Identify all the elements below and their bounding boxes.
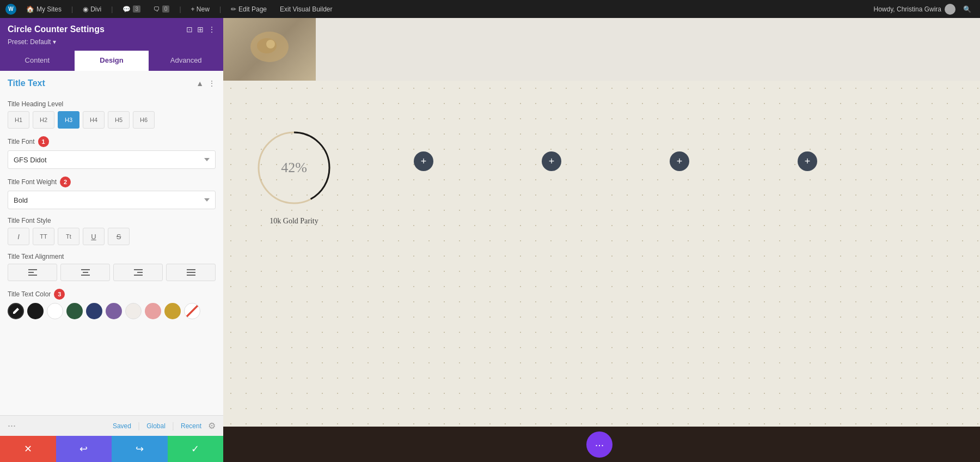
preview-image-strip: [223, 18, 980, 81]
comments2-button[interactable]: 🗨 0: [150, 4, 173, 14]
wp-logo-icon[interactable]: W: [5, 4, 16, 15]
color-white-swatch[interactable]: [47, 303, 63, 319]
add-column-2-btn[interactable]: +: [542, 151, 561, 171]
svg-rect-2: [28, 275, 37, 276]
new-button[interactable]: + New: [188, 4, 213, 14]
undo-button[interactable]: ↩: [56, 436, 112, 462]
search-button[interactable]: 🔍: [960, 4, 975, 14]
svg-rect-9: [187, 269, 195, 270]
color-cream-swatch[interactable]: [125, 303, 142, 319]
heading-h1-btn[interactable]: H1: [8, 111, 29, 129]
panel-tabs: Content Design Advanced: [0, 51, 223, 71]
svg-rect-8: [134, 275, 143, 276]
svg-rect-4: [83, 272, 88, 273]
panel-title: Circle Counter Settings: [8, 25, 105, 34]
heading-h2-btn[interactable]: H2: [33, 111, 54, 129]
title-font-label-group: Title Font 1: [8, 136, 216, 147]
preview-footer: ···: [223, 427, 980, 462]
svg-rect-5: [81, 275, 90, 276]
preset-selector[interactable]: Preset: Default ▾: [8, 38, 56, 46]
tab-content[interactable]: Content: [0, 51, 75, 71]
save-button[interactable]: ✓: [168, 436, 224, 462]
color-gold-swatch[interactable]: [164, 303, 181, 319]
color-pink-swatch[interactable]: [145, 303, 161, 319]
divi-builder-btn[interactable]: ···: [586, 431, 612, 458]
comments-button[interactable]: 💬 3: [119, 4, 144, 14]
cancel-button[interactable]: ✕: [0, 436, 56, 462]
add-column-1-btn[interactable]: +: [414, 151, 433, 171]
section-title-text-label: Title Text: [8, 78, 45, 88]
title-font-badge: 1: [38, 136, 49, 147]
footer-gear-icon[interactable]: ⚙: [208, 421, 216, 431]
heading-h6-btn[interactable]: H6: [133, 111, 155, 129]
panel-columns-icon[interactable]: ⊞: [197, 25, 204, 34]
align-left-btn[interactable]: [8, 264, 57, 281]
title-font-weight-label: Title Font Weight: [8, 178, 57, 186]
section-more-btn[interactable]: ⋮: [208, 79, 216, 88]
footer-recent[interactable]: Recent: [181, 422, 201, 430]
panel-footer: ··· Saved | Global | Recent ⚙: [0, 415, 223, 436]
svg-text:42%: 42%: [281, 160, 307, 175]
text-alignment-buttons: [8, 264, 216, 281]
svg-rect-3: [81, 269, 90, 270]
search-icon: 🔍: [963, 5, 971, 13]
color-purple-swatch[interactable]: [106, 303, 122, 319]
title-font-weight-select[interactable]: Bold Regular Light ExtraBold: [8, 191, 216, 209]
footer-global[interactable]: Global: [146, 422, 166, 430]
tab-design[interactable]: Design: [75, 51, 149, 71]
preview-panel: 42% 10k Gold Parity + + + + ···: [223, 18, 980, 462]
color-navy-swatch[interactable]: [86, 303, 102, 319]
color-darkgreen-swatch[interactable]: [66, 303, 83, 319]
color-pencil-swatch[interactable]: [8, 303, 24, 319]
title-font-weight-badge: 2: [60, 177, 71, 187]
align-right-btn[interactable]: [113, 264, 163, 281]
heading-h3-btn[interactable]: H3: [58, 111, 79, 129]
tab-advanced[interactable]: Advanced: [149, 51, 223, 71]
title-text-alignment-label: Title Text Alignment: [8, 253, 216, 260]
style-underline-btn[interactable]: U: [83, 228, 105, 245]
style-strikethrough-btn[interactable]: S: [108, 228, 130, 245]
pencil-icon: ✏: [231, 5, 236, 13]
heading-h4-btn[interactable]: H4: [83, 111, 105, 129]
panel-resize-icon[interactable]: ⊡: [186, 25, 193, 34]
preview-image: [223, 18, 316, 81]
circle-label: 10k Gold Parity: [250, 217, 338, 226]
title-text-color-label: Title Text Color: [8, 290, 51, 298]
comment-icon: 💬: [122, 5, 131, 13]
my-sites-button[interactable]: 🏠 My Sites: [23, 4, 65, 14]
align-center-btn[interactable]: [60, 264, 110, 281]
section-collapse-btn[interactable]: ▲: [196, 79, 204, 88]
footer-dots[interactable]: ···: [8, 420, 16, 431]
align-justify-btn[interactable]: [166, 264, 216, 281]
font-style-buttons: I TT Tt U S: [8, 228, 216, 245]
bottom-action-bar: ✕ ↩ ↪ ✓: [0, 436, 223, 462]
title-font-weight-label-group: Title Font Weight 2: [8, 177, 216, 187]
style-tt2-btn[interactable]: Tt: [58, 228, 79, 245]
preview-main: 42% 10k Gold Parity + + + +: [223, 81, 980, 427]
footer-saved[interactable]: Saved: [113, 422, 131, 430]
color-slash-swatch[interactable]: [184, 303, 200, 319]
edit-page-button[interactable]: ✏ Edit Page: [228, 4, 270, 14]
heading-h5-btn[interactable]: H5: [108, 111, 130, 129]
heading-level-selector: H1 H2 H3 H4 H5 H6: [8, 111, 216, 129]
svg-rect-10: [187, 272, 195, 273]
settings-panel: Circle Counter Settings ⊡ ⊞ ⋮ Preset: De…: [0, 18, 223, 462]
top-bar: W 🏠 My Sites | ◉ Divi | 💬 3 🗨 0 | + New …: [0, 0, 980, 18]
panel-header: Circle Counter Settings ⊡ ⊞ ⋮ Preset: De…: [0, 18, 223, 51]
panel-content: Title Text ▲ ⋮ Title Heading Level H1 H2…: [0, 71, 223, 462]
style-italic-btn[interactable]: I: [8, 228, 29, 245]
divi-button[interactable]: ◉ Divi: [79, 4, 105, 14]
color-black-swatch[interactable]: [27, 303, 44, 319]
circle-counter: 42% 10k Gold Parity: [250, 124, 338, 226]
exit-builder-button[interactable]: Exit Visual Builder: [277, 4, 336, 14]
divi-icon: ◉: [83, 5, 88, 13]
svg-rect-6: [134, 269, 143, 270]
title-font-label: Title Font: [8, 138, 35, 145]
redo-button[interactable]: ↪: [112, 436, 168, 462]
add-column-3-btn[interactable]: +: [670, 151, 689, 171]
panel-more-icon[interactable]: ⋮: [208, 25, 216, 34]
sites-icon: 🏠: [26, 5, 34, 13]
title-font-select[interactable]: GFS Didot Georgia Arial Open Sans: [8, 150, 216, 169]
style-tt-btn[interactable]: TT: [33, 228, 54, 245]
add-column-4-btn[interactable]: +: [798, 151, 817, 171]
